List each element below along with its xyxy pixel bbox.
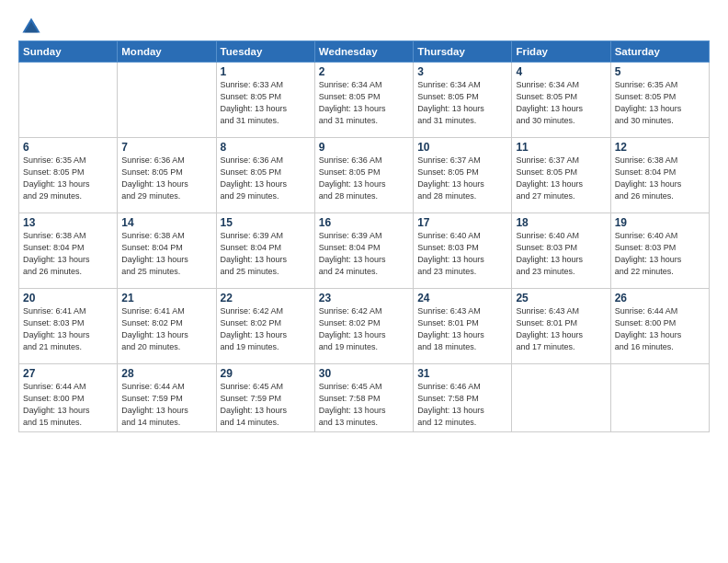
calendar-cell: 6Sunrise: 6:35 AM Sunset: 8:05 PM Daylig… (19, 138, 118, 213)
day-number: 28 (121, 367, 211, 380)
calendar-cell: 13Sunrise: 6:38 AM Sunset: 8:04 PM Dayli… (19, 213, 118, 289)
calendar-cell: 5Sunrise: 6:35 AM Sunset: 8:05 PM Daylig… (610, 63, 709, 138)
header (18, 17, 710, 33)
day-info: Sunrise: 6:43 AM Sunset: 8:01 PM Dayligh… (417, 305, 507, 353)
weekday-header: Monday (118, 41, 216, 63)
weekday-header: Thursday (414, 41, 512, 63)
day-number: 17 (417, 216, 507, 229)
calendar-cell (512, 364, 610, 432)
calendar-cell: 8Sunrise: 6:36 AM Sunset: 8:05 PM Daylig… (216, 138, 314, 213)
calendar-cell: 10Sunrise: 6:37 AM Sunset: 8:05 PM Dayli… (414, 138, 512, 213)
day-info: Sunrise: 6:36 AM Sunset: 8:05 PM Dayligh… (221, 155, 311, 202)
day-number: 21 (121, 292, 211, 304)
day-number: 29 (221, 367, 311, 380)
weekday-header: Friday (512, 41, 610, 63)
weekday-header: Tuesday (216, 41, 314, 63)
calendar-cell: 29Sunrise: 6:45 AM Sunset: 7:59 PM Dayli… (216, 364, 314, 432)
calendar-cell: 22Sunrise: 6:42 AM Sunset: 8:02 PM Dayli… (216, 289, 314, 364)
calendar-cell: 18Sunrise: 6:40 AM Sunset: 8:03 PM Dayli… (512, 213, 610, 289)
weekday-header: Sunday (19, 41, 118, 63)
day-info: Sunrise: 6:36 AM Sunset: 8:05 PM Dayligh… (319, 155, 409, 202)
calendar-cell: 25Sunrise: 6:43 AM Sunset: 8:01 PM Dayli… (512, 289, 610, 364)
day-info: Sunrise: 6:35 AM Sunset: 8:05 PM Dayligh… (615, 79, 705, 127)
day-info: Sunrise: 6:38 AM Sunset: 8:04 PM Dayligh… (23, 230, 113, 278)
day-info: Sunrise: 6:40 AM Sunset: 8:03 PM Dayligh… (516, 230, 606, 278)
day-info: Sunrise: 6:34 AM Sunset: 8:05 PM Dayligh… (417, 79, 507, 127)
calendar-cell: 4Sunrise: 6:34 AM Sunset: 8:05 PM Daylig… (512, 63, 610, 138)
day-info: Sunrise: 6:42 AM Sunset: 8:02 PM Dayligh… (221, 305, 311, 353)
calendar-cell: 15Sunrise: 6:39 AM Sunset: 8:04 PM Dayli… (216, 213, 314, 289)
day-number: 31 (417, 367, 507, 380)
page: SundayMondayTuesdayWednesdayThursdayFrid… (0, 0, 728, 563)
calendar-cell: 24Sunrise: 6:43 AM Sunset: 8:01 PM Dayli… (414, 289, 512, 364)
logo-text (18, 17, 41, 37)
day-info: Sunrise: 6:39 AM Sunset: 8:04 PM Dayligh… (221, 230, 311, 278)
day-info: Sunrise: 6:38 AM Sunset: 8:04 PM Dayligh… (121, 230, 211, 278)
day-number: 12 (615, 141, 705, 154)
day-number: 26 (615, 292, 705, 304)
day-number: 15 (221, 216, 311, 229)
day-info: Sunrise: 6:37 AM Sunset: 8:05 PM Dayligh… (516, 155, 606, 202)
day-info: Sunrise: 6:40 AM Sunset: 8:03 PM Dayligh… (615, 230, 705, 278)
day-number: 24 (417, 292, 507, 304)
calendar-cell (118, 63, 216, 138)
day-number: 10 (417, 141, 507, 154)
calendar-cell: 2Sunrise: 6:34 AM Sunset: 8:05 PM Daylig… (314, 63, 413, 138)
day-info: Sunrise: 6:35 AM Sunset: 8:05 PM Dayligh… (23, 155, 113, 202)
day-info: Sunrise: 6:45 AM Sunset: 7:59 PM Dayligh… (221, 381, 311, 429)
day-number: 25 (516, 292, 606, 304)
day-info: Sunrise: 6:46 AM Sunset: 7:58 PM Dayligh… (417, 381, 507, 429)
calendar-week-row: 20Sunrise: 6:41 AM Sunset: 8:03 PM Dayli… (19, 289, 710, 364)
day-info: Sunrise: 6:33 AM Sunset: 8:05 PM Dayligh… (221, 79, 311, 127)
day-number: 18 (516, 216, 606, 229)
calendar-cell: 26Sunrise: 6:44 AM Sunset: 8:00 PM Dayli… (610, 289, 709, 364)
calendar-cell: 12Sunrise: 6:38 AM Sunset: 8:04 PM Dayli… (610, 138, 709, 213)
day-number: 5 (615, 65, 705, 78)
day-info: Sunrise: 6:44 AM Sunset: 7:59 PM Dayligh… (121, 381, 211, 429)
logo-icon (21, 17, 41, 37)
day-number: 4 (516, 65, 606, 78)
day-number: 13 (23, 216, 113, 229)
day-info: Sunrise: 6:36 AM Sunset: 8:05 PM Dayligh… (121, 155, 211, 202)
weekday-header-row: SundayMondayTuesdayWednesdayThursdayFrid… (19, 41, 710, 63)
calendar-cell: 27Sunrise: 6:44 AM Sunset: 8:00 PM Dayli… (19, 364, 118, 432)
day-info: Sunrise: 6:34 AM Sunset: 8:05 PM Dayligh… (319, 79, 409, 127)
calendar-cell: 20Sunrise: 6:41 AM Sunset: 8:03 PM Dayli… (19, 289, 118, 364)
day-number: 20 (23, 292, 113, 304)
weekday-header: Wednesday (314, 41, 413, 63)
calendar-week-row: 27Sunrise: 6:44 AM Sunset: 8:00 PM Dayli… (19, 364, 710, 432)
day-info: Sunrise: 6:40 AM Sunset: 8:03 PM Dayligh… (417, 230, 507, 278)
calendar-cell (19, 63, 118, 138)
day-info: Sunrise: 6:42 AM Sunset: 8:02 PM Dayligh… (319, 305, 409, 353)
day-number: 14 (121, 216, 211, 229)
day-info: Sunrise: 6:44 AM Sunset: 8:00 PM Dayligh… (615, 305, 705, 353)
day-info: Sunrise: 6:38 AM Sunset: 8:04 PM Dayligh… (615, 155, 705, 202)
day-number: 8 (221, 141, 311, 154)
calendar: SundayMondayTuesdayWednesdayThursdayFrid… (18, 40, 710, 432)
calendar-cell: 31Sunrise: 6:46 AM Sunset: 7:58 PM Dayli… (414, 364, 512, 432)
logo (18, 17, 41, 33)
day-info: Sunrise: 6:44 AM Sunset: 8:00 PM Dayligh… (23, 381, 113, 429)
day-number: 3 (417, 65, 507, 78)
day-info: Sunrise: 6:39 AM Sunset: 8:04 PM Dayligh… (319, 230, 409, 278)
calendar-cell: 21Sunrise: 6:41 AM Sunset: 8:02 PM Dayli… (118, 289, 216, 364)
calendar-cell (610, 364, 709, 432)
day-number: 23 (319, 292, 409, 304)
calendar-cell: 23Sunrise: 6:42 AM Sunset: 8:02 PM Dayli… (314, 289, 413, 364)
calendar-cell: 3Sunrise: 6:34 AM Sunset: 8:05 PM Daylig… (414, 63, 512, 138)
day-number: 27 (23, 367, 113, 380)
calendar-cell: 16Sunrise: 6:39 AM Sunset: 8:04 PM Dayli… (314, 213, 413, 289)
day-number: 22 (221, 292, 311, 304)
calendar-cell: 1Sunrise: 6:33 AM Sunset: 8:05 PM Daylig… (216, 63, 314, 138)
calendar-week-row: 13Sunrise: 6:38 AM Sunset: 8:04 PM Dayli… (19, 213, 710, 289)
calendar-cell: 14Sunrise: 6:38 AM Sunset: 8:04 PM Dayli… (118, 213, 216, 289)
calendar-week-row: 6Sunrise: 6:35 AM Sunset: 8:05 PM Daylig… (19, 138, 710, 213)
day-number: 16 (319, 216, 409, 229)
weekday-header: Saturday (610, 41, 709, 63)
day-info: Sunrise: 6:45 AM Sunset: 7:58 PM Dayligh… (319, 381, 409, 429)
day-info: Sunrise: 6:37 AM Sunset: 8:05 PM Dayligh… (417, 155, 507, 202)
day-number: 11 (516, 141, 606, 154)
calendar-cell: 19Sunrise: 6:40 AM Sunset: 8:03 PM Dayli… (610, 213, 709, 289)
calendar-cell: 28Sunrise: 6:44 AM Sunset: 7:59 PM Dayli… (118, 364, 216, 432)
day-number: 6 (23, 141, 113, 154)
